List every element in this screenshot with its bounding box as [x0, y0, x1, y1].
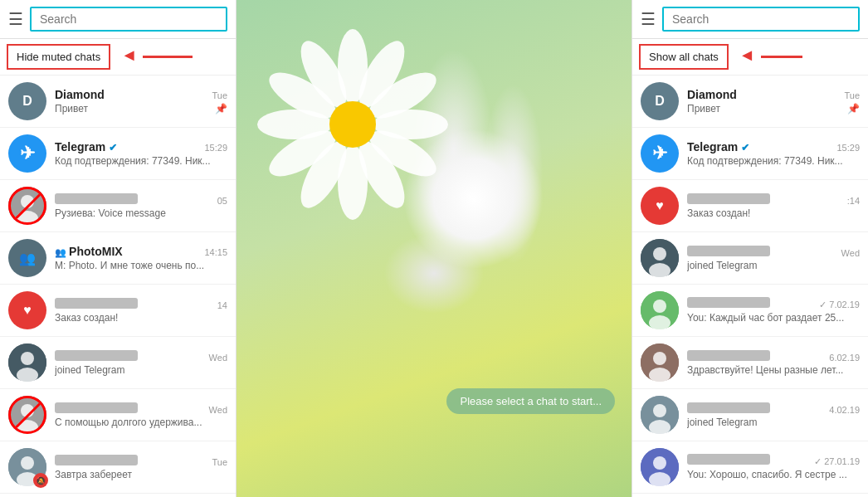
chat-avatar	[641, 291, 679, 329]
chat-time: Tue	[844, 90, 860, 100]
chat-name	[687, 350, 770, 361]
chat-item-2[interactable]: ✈Telegram ✔15:29Код подтверждения: 77349…	[632, 128, 868, 180]
chat-preview: С помощью долгого удержива...	[55, 417, 227, 428]
chat-preview: Привет	[687, 103, 844, 115]
left-chat-list: DDiamondTueПривет📌✈Telegram ✔15:29Код по…	[0, 76, 236, 497]
chat-name: Diamond	[55, 88, 105, 101]
chat-bottom-row: Привет📌	[55, 103, 227, 115]
chat-time: 14	[217, 300, 227, 310]
chat-bottom-row: Привет📌	[687, 103, 860, 115]
left-header: ☰	[0, 0, 236, 39]
chat-info: ✓ 27.01.19You: Хорошо, спасибо. Я сестре…	[687, 454, 860, 480]
svg-point-38	[653, 456, 666, 470]
chat-info: 14Заказ создан!	[55, 298, 227, 324]
svg-point-26	[653, 247, 666, 261]
pin-icon: 📌	[215, 103, 227, 115]
show-all-chats-button[interactable]: Show all chats	[639, 44, 729, 70]
chat-preview: You: Каждый час бот раздает 25...	[687, 312, 860, 324]
chat-name	[55, 455, 138, 465]
chat-name	[55, 350, 138, 361]
chat-bottom-row: Код подтверждения: 77349. Ник...	[55, 155, 227, 167]
chat-avatar: ♥	[8, 291, 46, 329]
chat-info: 👥 PhotoMIX14:15M: Photo. И мне тоже очен…	[55, 245, 227, 271]
chat-info: 05Рузиева: Voice message	[55, 193, 227, 219]
chat-top-row: DiamondTue	[687, 88, 860, 101]
left-menu-icon[interactable]: ☰	[8, 9, 23, 29]
left-search-input[interactable]	[30, 7, 227, 32]
chat-preview: Заказ создан!	[687, 207, 860, 219]
verified-badge: ✔	[738, 142, 749, 153]
chat-avatar: ✈	[8, 134, 46, 173]
chat-info: Telegram ✔15:29Код подтверждения: 77349.…	[687, 140, 860, 167]
chat-avatar: ✈	[641, 134, 679, 173]
chat-bottom-row: Заказ создан!	[687, 207, 860, 219]
chat-name: Telegram ✔	[55, 140, 117, 153]
chat-info: ✓ 7.02.19You: Каждый час бот раздает 25.…	[687, 297, 860, 324]
banned-overlay	[8, 187, 46, 225]
chat-top-row: Telegram ✔15:29	[55, 140, 227, 153]
chat-name	[687, 402, 770, 413]
chat-top-row: ✓ 27.01.19	[687, 454, 860, 467]
right-search-input[interactable]	[662, 7, 860, 32]
chat-top-row: 05	[55, 193, 227, 206]
right-arrow-annotation: ◄	[739, 46, 755, 64]
chat-name	[687, 193, 770, 204]
chat-top-row: Tue	[55, 455, 227, 467]
chat-item-2[interactable]: ✈Telegram ✔15:29Код подтверждения: 77349…	[0, 128, 236, 180]
chat-preview: Код подтверждения: 77349. Ник...	[55, 155, 227, 167]
svg-point-29	[653, 300, 666, 313]
chat-item-5[interactable]: ♥14Заказ создан!	[0, 285, 236, 337]
chat-preview: Заказ создан!	[55, 312, 227, 324]
chat-item-6[interactable]: Wedjoined Telegram	[0, 337, 236, 389]
chat-bottom-row: M: Photo. И мне тоже очень по...	[55, 260, 227, 271]
chat-item-7[interactable]: 4.02.19joined Telegram	[632, 389, 868, 441]
chat-preview: You: Хорошо, спасибо. Я сестре ...	[687, 469, 860, 480]
chat-info: Telegram ✔15:29Код подтверждения: 77349.…	[55, 140, 227, 167]
left-panel: ☰ Hide muted chats ◄ DDiamondTueПривет📌✈…	[0, 0, 237, 497]
chat-item-4[interactable]: 👥👥 PhotoMIX14:15M: Photo. И мне тоже оче…	[0, 232, 236, 285]
chat-bottom-row: joined Telegram	[55, 364, 227, 376]
chat-item-3[interactable]: 05Рузиева: Voice message	[0, 180, 236, 232]
chat-item-3[interactable]: ♥:14Заказ создан!	[632, 180, 868, 232]
chat-time: Wed	[841, 248, 860, 258]
chat-avatar	[641, 396, 679, 434]
chat-avatar: 👥	[8, 239, 46, 277]
right-menu-icon[interactable]: ☰	[641, 9, 656, 29]
hide-muted-chats-button[interactable]: Hide muted chats	[7, 44, 110, 70]
chat-name	[687, 454, 770, 465]
chat-name	[55, 193, 138, 204]
chat-top-row: DiamondTue	[55, 88, 227, 101]
chat-name: Diamond	[687, 88, 737, 101]
chat-bottom-row: joined Telegram	[687, 417, 860, 428]
chat-item-4[interactable]: Wedjoined Telegram	[632, 232, 868, 285]
chat-item-5[interactable]: ✓ 7.02.19You: Каждый час бот раздает 25.…	[632, 285, 868, 337]
chat-name	[687, 246, 770, 256]
svg-point-4	[21, 352, 34, 365]
chat-top-row: Telegram ✔15:29	[687, 140, 860, 153]
chat-preview: joined Telegram	[687, 260, 860, 271]
chat-preview: Код подтверждения: 77349. Ник...	[687, 155, 860, 167]
chat-bottom-row: С помощью долгого удержива...	[55, 417, 227, 428]
chat-item-8[interactable]: ✓ 27.01.19You: Хорошо, спасибо. Я сестре…	[632, 441, 868, 494]
please-select-text: Please select a chat to start...	[446, 388, 615, 414]
chat-preview: joined Telegram	[687, 417, 860, 428]
chat-bottom-row: You: Хорошо, спасибо. Я сестре ...	[687, 469, 860, 480]
chat-item-7[interactable]: WedС помощью долгого удержива...	[0, 389, 236, 441]
chat-info: DiamondTueПривет📌	[687, 88, 860, 115]
chat-item-6[interactable]: 6.02.19Здравствуйте! Цены разные лет...	[632, 337, 868, 389]
chat-preview: Здравствуйте! Цены разные лет...	[687, 364, 860, 376]
chat-bottom-row: Заказ создан!	[55, 312, 227, 324]
chat-time: :14	[847, 196, 860, 206]
chat-top-row: 14	[55, 298, 227, 310]
chat-info: 6.02.19Здравствуйте! Цены разные лет...	[687, 350, 860, 376]
chat-preview: Привет	[55, 103, 212, 115]
chat-name	[55, 402, 138, 413]
chat-item-8[interactable]: 🔕TueЗавтра забереет	[0, 441, 236, 494]
chat-item-1[interactable]: DDiamondTueПривет📌	[632, 76, 868, 128]
chat-info: 4.02.19joined Telegram	[687, 402, 860, 428]
chat-bottom-row: Здравствуйте! Цены разные лет...	[687, 364, 860, 376]
chat-avatar: D	[8, 82, 46, 120]
chat-item-1[interactable]: DDiamondTueПривет📌	[0, 76, 236, 128]
chat-top-row: 👥 PhotoMIX14:15	[55, 245, 227, 258]
chat-info: :14Заказ создан!	[687, 193, 860, 219]
